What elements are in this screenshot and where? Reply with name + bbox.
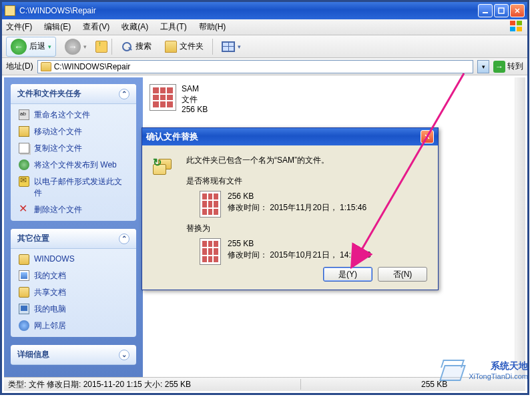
existing-modified: 修改时间： 2015年11月20日， 1:15:46 bbox=[228, 202, 366, 214]
watermark-brand: 系统天地 bbox=[491, 360, 528, 371]
folder-icon bbox=[19, 254, 29, 265]
sidebar: 文件和文件夹任务 ⌃ 重命名这个文件 移动这个文件 复制这个文件 将这个文件发布… bbox=[4, 77, 143, 377]
folders-label: 文件夹 bbox=[180, 41, 204, 52]
copy-icon bbox=[19, 143, 29, 153]
watermark: 系统天地 XiTongTianDi.com bbox=[437, 356, 528, 385]
network-icon bbox=[19, 320, 29, 331]
task-delete[interactable]: ✕删除这个文件 bbox=[19, 204, 128, 216]
place-mydocs[interactable]: 我的文档 bbox=[19, 270, 128, 282]
go-label: 转到 bbox=[507, 61, 523, 72]
new-size: 255 KB bbox=[228, 238, 371, 250]
place-label: 我的文档 bbox=[34, 270, 66, 282]
file-size: 256 KB bbox=[182, 105, 208, 115]
task-label: 将这个文件发布到 Web bbox=[34, 159, 117, 171]
vertical-scrollbar[interactable] bbox=[515, 77, 525, 377]
svg-rect-1 bbox=[499, 8, 504, 13]
menu-view[interactable]: 查看(V) bbox=[83, 21, 109, 33]
task-move[interactable]: 移动这个文件 bbox=[19, 126, 128, 137]
forward-button[interactable]: → ▾ bbox=[60, 37, 91, 57]
task-label: 复制这个文件 bbox=[34, 143, 82, 154]
minimize-button[interactable] bbox=[478, 4, 493, 17]
tasks-panel-header[interactable]: 文件和文件夹任务 ⌃ bbox=[11, 84, 136, 104]
task-label: 删除这个文件 bbox=[34, 204, 82, 216]
existing-size: 256 KB bbox=[228, 191, 366, 202]
go-arrow-icon: → bbox=[493, 61, 505, 73]
menu-edit[interactable]: 编辑(E) bbox=[44, 21, 71, 33]
expand-icon: ⌄ bbox=[119, 350, 129, 360]
menu-favorites[interactable]: 收藏(A) bbox=[121, 21, 148, 33]
address-dropdown[interactable]: ▾ bbox=[477, 60, 489, 73]
task-email[interactable]: 以电子邮件形式发送此文件 bbox=[19, 176, 128, 199]
place-label: 网上邻居 bbox=[34, 320, 66, 332]
file-info: SAM 文件 256 KB bbox=[182, 84, 208, 115]
menu-file[interactable]: 文件(F) bbox=[6, 21, 32, 33]
task-publish-web[interactable]: 将这个文件发布到 Web bbox=[19, 159, 128, 171]
details-panel: 详细信息 ⌄ bbox=[11, 345, 136, 365]
search-icon bbox=[121, 41, 133, 53]
toolbar-divider bbox=[111, 39, 112, 55]
file-type: 文件 bbox=[182, 95, 208, 105]
views-button[interactable]: ▾ bbox=[217, 39, 246, 54]
back-label: 后退 bbox=[29, 41, 45, 52]
place-label: WINDOWS bbox=[34, 254, 75, 264]
status-left: 类型: 文件 修改日期: 2015-11-20 1:15 大小: 255 KB bbox=[8, 379, 300, 390]
dialog-title: 确认文件替换 bbox=[146, 131, 198, 143]
menu-bar: 文件(F) 编辑(E) 查看(V) 收藏(A) 工具(T) 帮助(H) bbox=[2, 19, 527, 35]
windows-logo-icon bbox=[510, 21, 523, 33]
dialog-close-button[interactable] bbox=[421, 130, 434, 143]
folder-icon bbox=[41, 62, 51, 71]
file-icon bbox=[200, 191, 221, 218]
watermark-logo-icon bbox=[437, 356, 466, 385]
dialog-replace-with: 替换为 bbox=[186, 223, 427, 234]
move-icon bbox=[19, 126, 29, 137]
place-label: 共享文档 bbox=[34, 287, 66, 298]
file-icon bbox=[200, 238, 221, 265]
collapse-icon: ⌃ bbox=[119, 234, 129, 244]
address-label: 地址(D) bbox=[6, 61, 33, 72]
search-button[interactable]: 搜索 bbox=[116, 39, 156, 55]
tasks-title: 文件和文件夹任务 bbox=[17, 88, 81, 99]
back-button[interactable]: ← 后退 ▾ bbox=[6, 37, 56, 57]
yes-button[interactable]: 是(Y) bbox=[323, 267, 372, 282]
places-panel-header[interactable]: 其它位置 ⌃ bbox=[11, 229, 136, 249]
details-panel-header[interactable]: 详细信息 ⌄ bbox=[11, 345, 136, 365]
task-rename[interactable]: 重命名这个文件 bbox=[19, 109, 128, 121]
window-title: C:\WINDOWS\Repair bbox=[19, 6, 96, 15]
task-label: 移动这个文件 bbox=[34, 126, 82, 137]
maximize-button[interactable] bbox=[494, 4, 509, 17]
computer-icon bbox=[19, 304, 29, 314]
mail-icon bbox=[19, 176, 29, 187]
toolbar: ← 后退 ▾ → ▾ 搜索 文件夹 ▾ bbox=[2, 35, 527, 58]
replace-icon: ↻ bbox=[152, 155, 173, 176]
no-button[interactable]: 否(N) bbox=[378, 267, 427, 282]
task-copy[interactable]: 复制这个文件 bbox=[19, 143, 128, 154]
place-mypc[interactable]: 我的电脑 bbox=[19, 304, 128, 315]
collapse-icon: ⌃ bbox=[119, 89, 129, 99]
views-icon bbox=[222, 41, 235, 52]
file-item-sam[interactable]: SAM 文件 256 KB bbox=[150, 84, 519, 115]
confirm-replace-dialog: 确认文件替换 ↻ 此文件夹已包含一个名为“SAM”的文件。 是否将现有文件 25… bbox=[142, 127, 439, 290]
new-modified: 修改时间： 2015年10月21日， 14:13:13 bbox=[228, 250, 371, 261]
place-windows[interactable]: WINDOWS bbox=[19, 254, 128, 265]
folders-icon bbox=[165, 41, 177, 53]
menu-tools[interactable]: 工具(T) bbox=[160, 21, 186, 33]
delete-icon: ✕ bbox=[19, 204, 29, 215]
folders-button[interactable]: 文件夹 bbox=[160, 39, 208, 55]
place-shared[interactable]: 共享文档 bbox=[19, 287, 128, 298]
close-button[interactable] bbox=[510, 4, 525, 17]
go-button[interactable]: → 转到 bbox=[493, 61, 523, 73]
shared-folder-icon bbox=[19, 287, 29, 298]
window-titlebar: C:\WINDOWS\Repair bbox=[2, 2, 527, 19]
places-title: 其它位置 bbox=[17, 233, 49, 244]
address-input[interactable]: C:\WINDOWS\Repair bbox=[37, 60, 473, 73]
file-icon bbox=[150, 84, 176, 111]
place-network[interactable]: 网上邻居 bbox=[19, 320, 128, 332]
menu-help[interactable]: 帮助(H) bbox=[199, 21, 226, 33]
dialog-message: 此文件夹已包含一个名为“SAM”的文件。 bbox=[186, 155, 427, 166]
dialog-question: 是否将现有文件 bbox=[186, 175, 427, 187]
task-label: 以电子邮件形式发送此文件 bbox=[34, 176, 128, 199]
place-label: 我的电脑 bbox=[34, 304, 66, 315]
task-label: 重命名这个文件 bbox=[34, 109, 90, 121]
up-button[interactable] bbox=[95, 41, 107, 53]
web-icon bbox=[19, 159, 29, 170]
